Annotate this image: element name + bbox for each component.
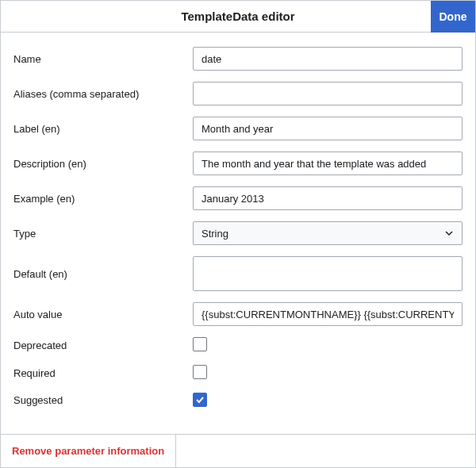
suggested-checkbox[interactable] xyxy=(193,393,207,407)
type-select[interactable]: String xyxy=(193,221,463,245)
label-aliases: Aliases (comma separated) xyxy=(13,88,193,100)
row-name: Name xyxy=(13,47,463,71)
label-required: Required xyxy=(13,367,193,379)
default-input[interactable] xyxy=(193,256,463,291)
label-input[interactable] xyxy=(193,117,463,140)
titlebar: TemplateData editor Done xyxy=(1,1,475,33)
example-input[interactable] xyxy=(193,186,463,210)
form-body: Name Aliases (comma separated) Label (en… xyxy=(1,33,475,434)
templatedata-editor-window: TemplateData editor Done Name Aliases (c… xyxy=(0,0,476,468)
aliases-input[interactable] xyxy=(193,82,463,105)
remove-parameter-button[interactable]: Remove parameter information xyxy=(1,435,176,467)
row-example: Example (en) xyxy=(13,186,463,210)
row-label: Label (en) xyxy=(13,117,463,140)
label-label: Label (en) xyxy=(13,123,193,135)
window-title: TemplateData editor xyxy=(1,10,475,23)
label-default: Default (en) xyxy=(13,268,193,280)
label-type: Type xyxy=(13,228,193,240)
label-suggested: Suggested xyxy=(13,394,193,406)
row-suggested: Suggested xyxy=(13,393,463,408)
label-name: Name xyxy=(13,53,193,65)
deprecated-checkbox[interactable] xyxy=(193,337,207,351)
label-description: Description (en) xyxy=(13,158,193,170)
row-type: Type String xyxy=(13,221,463,245)
row-default: Default (en) xyxy=(13,256,463,291)
check-icon xyxy=(194,394,205,405)
required-checkbox[interactable] xyxy=(193,365,207,379)
row-required: Required xyxy=(13,365,463,382)
label-deprecated: Deprecated xyxy=(13,339,193,351)
done-button[interactable]: Done xyxy=(431,1,475,33)
row-autovalue: Auto value xyxy=(13,302,463,326)
row-aliases: Aliases (comma separated) xyxy=(13,82,463,105)
description-input[interactable] xyxy=(193,152,463,175)
label-autovalue: Auto value xyxy=(13,309,193,320)
footer: Remove parameter information xyxy=(1,434,475,467)
chevron-down-icon xyxy=(444,228,454,238)
autovalue-input[interactable] xyxy=(193,302,463,326)
row-deprecated: Deprecated xyxy=(13,337,463,354)
type-select-value: String xyxy=(202,228,228,240)
row-description: Description (en) xyxy=(13,152,463,175)
label-example: Example (en) xyxy=(13,193,193,205)
name-input[interactable] xyxy=(193,47,463,71)
